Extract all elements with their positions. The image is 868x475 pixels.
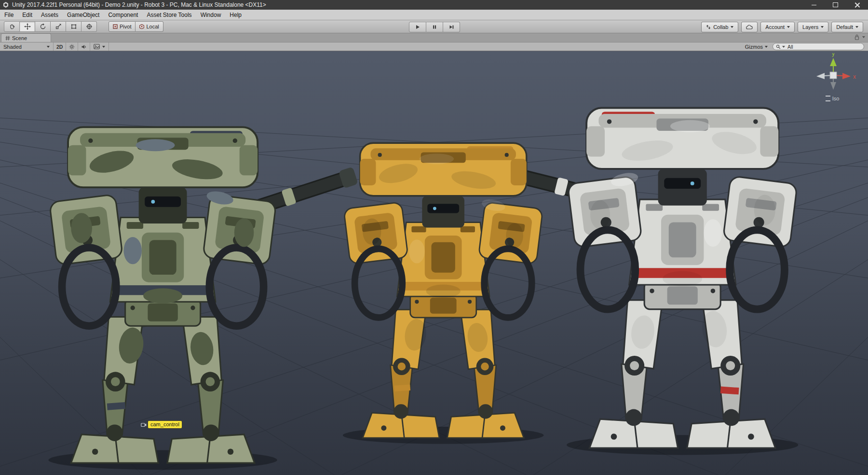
main-toolbar: Pivot Local [0, 20, 868, 33]
maximize-button[interactable] [825, 0, 846, 10]
maximize-icon [833, 2, 838, 7]
scene-lighting-button[interactable] [66, 42, 78, 51]
search-filter-chevron-icon[interactable] [782, 46, 785, 48]
layers-dropdown[interactable]: Layers [798, 22, 828, 32]
pivot-label: Pivot [120, 24, 131, 29]
camera-gizmo-icon [141, 422, 147, 427]
pivot-toggle-button[interactable]: Pivot [108, 21, 136, 32]
scene-search-field[interactable] [773, 43, 864, 50]
account-dropdown[interactable]: Account [760, 22, 795, 32]
orientation-gizmo[interactable]: y x Iso [803, 53, 861, 101]
account-label: Account [765, 24, 785, 30]
move-icon [24, 23, 31, 30]
menu-edit[interactable]: Edit [18, 10, 37, 20]
step-button[interactable] [443, 22, 460, 32]
close-button[interactable] [846, 0, 868, 10]
selection-label[interactable]: cam_control [148, 421, 182, 428]
scene-canvas[interactable] [0, 51, 868, 475]
gizmo-x-axis-cone[interactable] [842, 73, 851, 79]
rotate-icon [40, 23, 46, 30]
menu-help[interactable]: Help [225, 10, 246, 20]
pivot-icon [113, 24, 118, 29]
layers-label: Layers [802, 24, 818, 30]
chevron-down-icon [102, 46, 105, 48]
effects-icon [94, 44, 100, 49]
menu-assets[interactable]: Assets [37, 10, 63, 20]
hand-tool-button[interactable] [4, 21, 20, 32]
shading-mode-dropdown[interactable]: Shaded [0, 42, 54, 51]
chevron-down-icon [821, 26, 824, 28]
gizmo-x-label: x [853, 73, 856, 80]
unity-logo-icon [2, 1, 9, 8]
tab-scene[interactable]: Scene [1, 33, 51, 42]
tab-menu-icon[interactable] [862, 36, 865, 38]
menu-component[interactable]: Component [104, 10, 142, 20]
projection-label: Iso [832, 96, 840, 101]
menu-asset-store-tools[interactable]: Asset Store Tools [142, 10, 196, 20]
collab-label: Collab [713, 24, 728, 30]
lighting-icon [69, 44, 75, 50]
menu-file[interactable]: File [0, 10, 18, 20]
playmode-controls [409, 22, 460, 32]
menu-bar: File Edit Assets GameObject Component As… [0, 10, 868, 20]
layout-dropdown[interactable]: Default [831, 22, 863, 32]
collab-icon [706, 25, 711, 29]
gizmos-dropdown[interactable]: Gizmos [745, 44, 768, 50]
rect-tool-button[interactable] [66, 21, 81, 32]
local-label: Local [146, 24, 159, 29]
cloud-icon [746, 25, 753, 29]
transform-tool-button[interactable] [81, 21, 97, 32]
scale-tool-button[interactable] [51, 21, 66, 32]
robot-camo[interactable] [48, 127, 359, 470]
tabrow-right-icons [854, 34, 865, 40]
unity-editor-window: Unity 2017.4.22f1 Personal (64bit) - Dem… [0, 0, 868, 475]
transform-icon [86, 23, 93, 30]
scene-search-input[interactable] [787, 43, 851, 50]
minimize-button[interactable] [803, 0, 825, 10]
window-controls [803, 0, 868, 10]
move-tool-button[interactable] [20, 21, 35, 32]
scene-effects-dropdown[interactable] [90, 42, 109, 51]
orientation-gizmo-canvas: y x [803, 53, 861, 95]
scene-audio-button[interactable] [78, 42, 90, 51]
rotate-tool-button[interactable] [35, 21, 51, 32]
collab-dropdown[interactable]: Collab [701, 22, 738, 32]
scene-view-toolbar: Shaded 2D Gizmos [0, 42, 868, 51]
cloud-button[interactable] [741, 22, 758, 32]
gizmo-neg-y-cone[interactable] [830, 82, 836, 90]
chevron-down-icon [731, 26, 733, 28]
2d-toggle-button[interactable]: 2D [54, 42, 66, 51]
local-toggle-button[interactable]: Local [136, 21, 163, 32]
gizmo-y-label: y [832, 53, 835, 57]
menu-gameobject[interactable]: GameObject [63, 10, 104, 20]
transform-tools [4, 21, 97, 32]
dock-tab-row: Scene [0, 33, 868, 42]
robot-white[interactable] [489, 108, 798, 455]
projection-toggle[interactable]: Iso [803, 96, 861, 101]
lock-icon[interactable] [854, 34, 859, 40]
step-icon [448, 24, 454, 30]
play-button[interactable] [409, 22, 426, 32]
gizmo-y-axis-cone[interactable] [830, 58, 837, 66]
title-bar: Unity 2017.4.22f1 Personal (64bit) - Dem… [0, 0, 868, 10]
gizmos-label: Gizmos [745, 44, 763, 50]
rect-tool-icon [70, 23, 77, 30]
pause-icon [432, 24, 437, 30]
pivot-local-group: Pivot Local [108, 21, 163, 32]
local-axis-icon [139, 24, 144, 29]
toolbar-right-cluster: Collab Account Layers Default [701, 22, 863, 32]
menu-window[interactable]: Window [196, 10, 226, 20]
scene-viewport[interactable]: cam_control y x [0, 51, 868, 475]
scene-object-label-row: cam_control [141, 421, 182, 428]
gizmo-center-cube[interactable] [830, 72, 837, 79]
scene-toolbar-right: Gizmos [745, 42, 864, 51]
robot-yellow[interactable] [343, 143, 543, 444]
minimize-icon [812, 5, 816, 5]
layout-label: Default [836, 24, 853, 30]
search-icon [776, 44, 781, 49]
pause-button[interactable] [426, 22, 443, 32]
hand-icon [9, 23, 15, 30]
window-title: Unity 2017.4.22f1 Personal (64bit) - Dem… [12, 1, 803, 8]
gizmo-z-axis-cone[interactable] [816, 73, 825, 79]
scene-tab-label: Scene [12, 35, 27, 41]
